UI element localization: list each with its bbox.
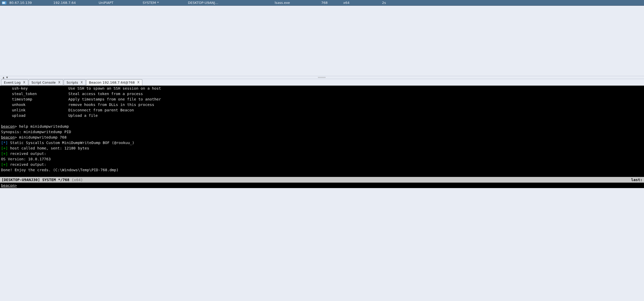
close-icon[interactable]: X — [23, 81, 25, 84]
session-arch: x64 — [343, 1, 382, 5]
console-line: Synopsis: minidumpwritedump PID — [1, 129, 644, 135]
help-row: steal_tokenSteal access token from a pro… — [1, 91, 644, 97]
monitor-icon — [2, 1, 7, 5]
console-line: Done! Enjoy the creds. (C:\Windows\Temp\… — [1, 167, 644, 173]
tab-label: Script Console — [32, 81, 56, 84]
tab-label: Beacon 192.168.7.64@768 — [89, 81, 135, 84]
help-row: unhookremove hooks from DLLs in this pro… — [1, 102, 644, 108]
session-computer: DESKTOP-U9ANJ... — [188, 1, 275, 5]
tab-label: Event Log — [4, 81, 21, 84]
session-internal-ip: 192.168.7.64 — [53, 1, 99, 5]
help-row: timestompApply timestamps from one file … — [1, 97, 644, 102]
splitter-grip-icon — [318, 77, 326, 78]
help-row: uploadUpload a file — [1, 113, 644, 118]
tab-event-log[interactable]: Event Log X — [1, 79, 28, 85]
tab-script-console[interactable]: Script Console X — [29, 79, 63, 85]
console-line: OS Version: 10.0.17763 — [1, 156, 644, 162]
console-line: [+] host called home, sent: 12180 bytes — [1, 146, 644, 151]
splitter[interactable]: ▲ ▼ — [0, 76, 644, 79]
close-icon[interactable]: X — [137, 81, 140, 84]
splitter-arrows-icon: ▲ ▼ — [3, 76, 9, 79]
session-user: SYSTEM * — [143, 1, 188, 5]
tab-scripts[interactable]: Scripts X — [64, 79, 86, 85]
status-bar: [DESKTOP-U9ANJ30] SYSTEM */768 (x64) las… — [0, 177, 644, 183]
help-row: ssh-keyUse SSH to spawn an SSH session o… — [1, 86, 644, 91]
close-icon[interactable]: X — [58, 81, 60, 84]
session-row[interactable]: 80.67.10.139 192.168.7.64 UniPiAPT SYSTE… — [0, 0, 644, 6]
session-external-ip: 80.67.10.139 — [9, 1, 53, 5]
tab-beacon[interactable]: Beacon 192.168.7.64@768 X — [86, 79, 142, 85]
console-line: beacon> minidumpwritedump 768 — [1, 135, 644, 140]
console-input[interactable]: beacon> — [0, 183, 644, 188]
status-left: [DESKTOP-U9ANJ30] SYSTEM */768 (x64) — [2, 178, 83, 182]
console-line: [*] Static Syscalls Custom MiniDumpWrite… — [1, 140, 644, 146]
session-pid: 768 — [321, 1, 343, 5]
tab-label: Scripts — [67, 81, 78, 84]
console-line: beacon> help minidumpwritedump — [1, 124, 644, 129]
console-line: [+] received output: — [1, 162, 644, 167]
prompt-label: beacon> — [1, 183, 17, 188]
session-process: lsass.exe — [275, 1, 321, 5]
help-row: unlinkDisconnect from parent Beacon — [1, 108, 644, 113]
console-output[interactable]: ssh-keyUse SSH to spawn an SSH session o… — [0, 86, 644, 177]
sessions-pane — [0, 6, 644, 76]
tabbar: Event Log X Script Console X Scripts X B… — [0, 79, 644, 86]
session-listener: UniPiAPT — [99, 1, 143, 5]
status-right: last: — [631, 178, 642, 182]
session-last: 2s — [382, 1, 395, 5]
close-icon[interactable]: X — [81, 81, 83, 84]
console-line: [+] received output: — [1, 151, 644, 156]
